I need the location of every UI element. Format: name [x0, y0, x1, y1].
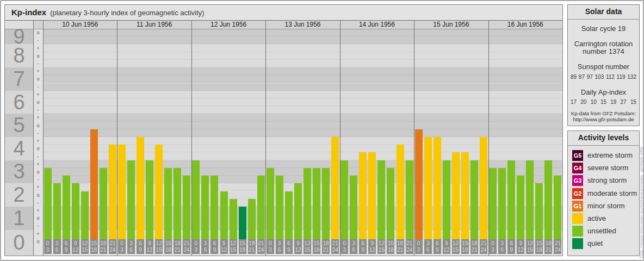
- kp-bar-13-18h: [322, 168, 330, 245]
- kp-bar-14-18h: [397, 145, 404, 245]
- hour-label-box: 1215: [230, 239, 237, 254]
- kp-bar-12-18h: [248, 199, 256, 245]
- date-header-cell: 15 Jun 1956: [414, 20, 488, 29]
- kp-bar-16-9h: [517, 176, 524, 245]
- hour-label-box: 912: [368, 239, 376, 254]
- kp-bar-10-15h: [90, 129, 98, 245]
- y-tick-7o: o: [33, 75, 43, 83]
- hour-label-box: 1215: [526, 239, 534, 254]
- kp-bar-12-0h: [192, 160, 200, 245]
- solar-value: 17: [571, 99, 577, 105]
- header-tick-cell: [33, 20, 43, 29]
- legend-swatch-g1: G1: [572, 201, 583, 212]
- date-header-cell: 12 Jun 1956: [191, 20, 265, 29]
- header-top-line: [5, 20, 562, 21]
- kp-bar-11-15h: [164, 168, 172, 245]
- plot-band-row: [43, 91, 562, 98]
- kp-bar-12-3h: [201, 176, 209, 245]
- solar-value: 103: [595, 74, 604, 80]
- solar-value: 89: [571, 74, 577, 80]
- kp-bar-10-0h: [44, 168, 52, 245]
- y-axis-number-band: 4: [5, 137, 33, 160]
- y-tick-6+: +: [33, 91, 43, 98]
- plot-band-row: [43, 83, 562, 91]
- legend-label-g5: extreme storm: [587, 151, 639, 160]
- kp-bar-15-15h: [461, 152, 469, 245]
- kp-bar-16-15h: [535, 183, 543, 245]
- plot-band-row: [43, 129, 562, 137]
- hour-label-box: 1821: [100, 239, 107, 254]
- hour-label-box: 1518: [239, 239, 246, 254]
- kp-bar-15-6h: [434, 137, 441, 245]
- kp-bar-15-9h: [443, 160, 450, 245]
- kp-bar-13-6h: [285, 191, 293, 246]
- hour-label-box: 2124: [480, 239, 487, 254]
- kp-bar-11-9h: [146, 160, 153, 245]
- hour-label-box: 36: [201, 239, 209, 254]
- hour-label-box: 912: [443, 239, 450, 254]
- date-header-cell: 14 Jun 1956: [340, 20, 414, 29]
- y-tick-5o: o: [33, 122, 43, 129]
- kp-bar-12-6h: [210, 176, 218, 245]
- solar-value: 112: [606, 74, 615, 80]
- solar-value: 10: [591, 99, 597, 105]
- kp-bar-10-12h: [81, 191, 89, 246]
- y-tick-8o: o: [33, 52, 43, 60]
- kp-bar-10-21h: [109, 145, 116, 245]
- hour-label-box: 36: [350, 239, 357, 254]
- header-bottom-line: [5, 29, 562, 29]
- y-axis-number-band: 7: [5, 67, 33, 91]
- hour-label-box: 912: [146, 239, 153, 254]
- y-tick-3o: o: [33, 168, 43, 176]
- y-tick-4-: -: [33, 152, 43, 160]
- y-tick-4+: +: [33, 137, 43, 145]
- hour-label-box: 03: [192, 239, 200, 254]
- daily-ap-index-label: Daily Ap-index: [568, 88, 639, 96]
- hour-label-box: 03: [340, 239, 348, 254]
- legend-swatch-active: [572, 213, 583, 224]
- activity-levels-panel: Activity levels G5extreme stormG4severe …: [567, 130, 640, 256]
- plot-band-row: [43, 122, 562, 129]
- solar-value: 97: [587, 74, 593, 80]
- hour-label-box: 912: [517, 239, 524, 254]
- plot-band-row: [43, 52, 562, 60]
- legend-swatch-g4: G4: [572, 163, 583, 173]
- kp-bar-16-18h: [544, 160, 552, 245]
- y-axis-number-band: 6: [5, 91, 33, 114]
- y-tick-0o: o: [33, 238, 43, 245]
- y-axis-number-band: 1: [5, 207, 33, 230]
- y-tick-5+: +: [33, 114, 43, 121]
- solar-value: 132: [627, 74, 636, 80]
- kp-bar-14-12h: [377, 160, 385, 245]
- kp-bar-11-3h: [127, 160, 135, 245]
- kp-bar-12-12h: [230, 199, 237, 245]
- y-tick-9o: o: [33, 29, 43, 36]
- y-axis-number-band: 8: [5, 44, 33, 67]
- y-tick-6-: -: [33, 106, 43, 114]
- sunspot-number-values: 898797103112119132: [568, 74, 639, 80]
- hour-label-box: 69: [507, 239, 515, 254]
- hour-label-box: 36: [424, 239, 432, 254]
- y-tick-7-: -: [33, 83, 43, 91]
- legend-label-active: active: [587, 214, 639, 223]
- carrington-rotation-line2: number 1374: [568, 47, 639, 55]
- kp-bar-12-9h: [220, 191, 228, 246]
- hour-label-box: 36: [498, 239, 506, 254]
- sunspot-number-label: Sunspot number: [568, 63, 639, 71]
- kp-bar-14-0h: [340, 160, 348, 245]
- kp-bar-16-21h: [554, 176, 561, 245]
- y-tick-2o: o: [33, 191, 43, 199]
- kp-bar-14-15h: [387, 168, 394, 245]
- kp-bar-13-9h: [294, 183, 302, 245]
- solar-value: 27: [621, 99, 627, 105]
- hour-label-box: 69: [359, 239, 367, 254]
- plot-band-row: [43, 36, 562, 44]
- y-axis-number-band: 2: [5, 183, 33, 207]
- kp-bar-11-21h: [183, 176, 190, 245]
- hour-label-box: 69: [434, 239, 441, 254]
- y-axis-number-band: 5: [5, 114, 33, 137]
- watermark-url: http://www.theusner.eu/terra/aurora/kp_a…: [639, 147, 644, 258]
- legend-swatch-g5: G5: [572, 150, 583, 161]
- day-separator-line: [488, 20, 489, 256]
- plot-band-row: [43, 106, 562, 114]
